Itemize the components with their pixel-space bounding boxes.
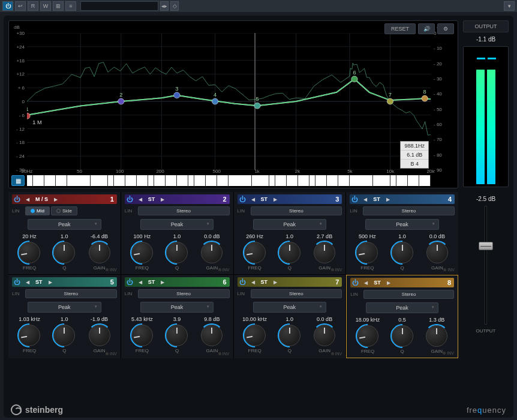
undo-button[interactable]: ↩	[15, 1, 26, 11]
inv-button[interactable]: INV	[104, 268, 117, 272]
band-power-button[interactable]: ⏻	[239, 195, 248, 203]
freq-value[interactable]: 260 Hz	[238, 233, 272, 239]
gain-value[interactable]: 0.0 dB	[420, 233, 455, 239]
output-peak-value[interactable]: -1.1 dB	[463, 32, 509, 46]
q-knob[interactable]	[166, 242, 188, 263]
q-knob[interactable]	[53, 325, 75, 346]
gain-knob[interactable]	[426, 325, 447, 347]
q-value[interactable]: 3.9	[160, 316, 194, 322]
q-value[interactable]: 1.0	[272, 316, 307, 322]
filter-type-select[interactable]: Peak	[28, 302, 101, 313]
lin-button[interactable]: LIN	[350, 208, 362, 214]
gain-knob[interactable]	[89, 242, 110, 263]
mode-next-button[interactable]: ▶	[272, 197, 278, 202]
q-value[interactable]: 1.0	[47, 233, 82, 239]
band-power-button[interactable]: ⏻	[127, 278, 135, 286]
freq-knob[interactable]	[244, 242, 266, 263]
gain-knob[interactable]	[314, 325, 335, 346]
mid-button[interactable]: Mid	[25, 206, 50, 215]
gain-value[interactable]: 1.3 dB	[419, 317, 454, 323]
lin-button[interactable]: LIN	[350, 292, 362, 297]
mode-next-button[interactable]: ▶	[272, 280, 278, 285]
output-gain-value[interactable]: -2.5 dB	[463, 192, 509, 206]
freq-value[interactable]: 100 Hz	[125, 233, 160, 239]
lin-button[interactable]: LIN	[12, 208, 24, 214]
ab-button[interactable]: ⊞	[53, 1, 64, 11]
mode-prev-button[interactable]: ◀	[250, 280, 256, 285]
close-button[interactable]: ▾	[504, 1, 515, 11]
stereo-button[interactable]: Stereo	[25, 289, 117, 298]
inv-button[interactable]: INV	[217, 268, 230, 272]
reset-button[interactable]: RESET	[384, 23, 416, 34]
stereo-button[interactable]: Stereo	[251, 206, 342, 215]
mode-prev-button[interactable]: ◀	[137, 280, 143, 285]
q-knob[interactable]	[53, 242, 75, 263]
freq-knob[interactable]	[131, 242, 153, 263]
q-value[interactable]: 1.0	[160, 233, 194, 239]
lin-button[interactable]: LIN	[12, 291, 24, 296]
inv-button[interactable]: INV	[104, 352, 117, 356]
gain-knob[interactable]	[426, 242, 448, 263]
freq-knob[interactable]	[131, 325, 153, 346]
q-knob[interactable]	[279, 242, 300, 263]
freq-value[interactable]: 20 Hz	[12, 233, 47, 239]
freq-value[interactable]: 1.03 kHz	[12, 316, 47, 322]
gain-value[interactable]: 0.0 dB	[194, 233, 229, 239]
inv-button[interactable]: INV	[441, 351, 454, 355]
mode-next-button[interactable]: ▶	[53, 197, 59, 202]
gain-value[interactable]: 0.0 dB	[307, 316, 342, 322]
q-value[interactable]: 1.0	[385, 233, 420, 239]
gain-value[interactable]: -1.9 dB	[82, 316, 117, 322]
filter-type-select[interactable]: Peak	[140, 219, 214, 230]
power-button[interactable]: ⏻	[2, 1, 13, 11]
band-power-button[interactable]: ⏻	[127, 195, 135, 203]
inv-button[interactable]: INV	[442, 268, 455, 272]
stereo-button[interactable]: Stereo	[138, 289, 230, 298]
mode-next-button[interactable]: ▶	[47, 280, 53, 285]
spectrum-display[interactable]: RESET 🔊 ⚙ dB +30+24+18+12+ 60- 6- 12- 18…	[8, 20, 458, 188]
keyboard-toggle[interactable]: ▦	[11, 175, 25, 186]
band-power-button[interactable]: ⏻	[14, 195, 22, 203]
gain-value[interactable]: 9.8 dB	[194, 316, 229, 322]
freq-value[interactable]: 10.00 kHz	[238, 316, 272, 322]
q-value[interactable]: 0.5	[385, 317, 420, 323]
lin-button[interactable]: LIN	[125, 208, 137, 214]
lin-button[interactable]: LIN	[125, 291, 137, 296]
freq-knob[interactable]	[356, 242, 378, 263]
output-gain-slider[interactable]	[485, 206, 487, 325]
lin-button[interactable]: LIN	[238, 208, 250, 214]
band-power-button[interactable]: ⏻	[352, 278, 360, 287]
gain-value[interactable]: -6.4 dB	[82, 233, 117, 239]
freq-knob[interactable]	[19, 325, 40, 346]
freq-knob[interactable]	[357, 325, 378, 347]
mode-next-button[interactable]: ▶	[385, 197, 391, 202]
filter-type-select[interactable]: Peak	[366, 302, 438, 313]
mode-prev-button[interactable]: ◀	[363, 280, 369, 286]
q-knob[interactable]	[279, 325, 300, 346]
write-button[interactable]: W	[40, 1, 51, 11]
side-button[interactable]: Side	[51, 206, 77, 215]
filter-type-select[interactable]: Peak	[28, 219, 101, 230]
freq-knob[interactable]	[19, 242, 40, 263]
mode-prev-button[interactable]: ◀	[25, 280, 31, 285]
filter-type-select[interactable]: Peak	[253, 302, 326, 313]
preset-select[interactable]	[80, 1, 158, 11]
keyboard-strip[interactable]	[27, 175, 431, 186]
band-power-button[interactable]: ⏻	[14, 278, 22, 286]
q-value[interactable]: 1.0	[47, 316, 82, 322]
freq-value[interactable]: 5.43 kHz	[125, 316, 160, 322]
mode-prev-button[interactable]: ◀	[362, 197, 368, 202]
filter-type-select[interactable]: Peak	[140, 302, 214, 313]
gain-knob[interactable]	[201, 242, 223, 263]
band-power-button[interactable]: ⏻	[351, 195, 360, 203]
mode-next-button[interactable]: ▶	[160, 280, 166, 285]
mode-next-button[interactable]: ▶	[386, 280, 392, 286]
gain-value[interactable]: 2.7 dB	[307, 233, 342, 239]
freq-value[interactable]: 18.09 kHz	[350, 317, 385, 323]
filter-type-select[interactable]: Peak	[365, 219, 438, 230]
mode-prev-button[interactable]: ◀	[250, 197, 256, 202]
mode-prev-button[interactable]: ◀	[137, 197, 143, 202]
preset-prev-button[interactable]: ◂▸	[160, 1, 169, 11]
lin-button[interactable]: LIN	[238, 291, 250, 296]
q-knob[interactable]	[392, 325, 413, 347]
